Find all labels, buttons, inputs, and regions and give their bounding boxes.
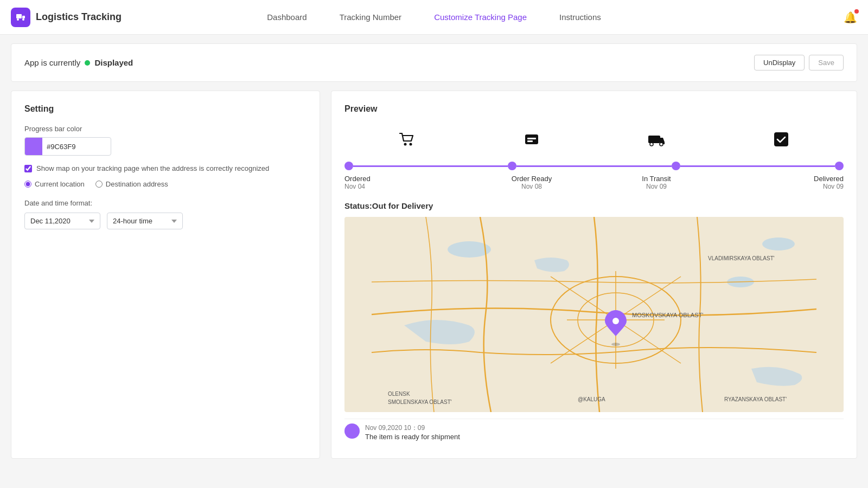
tracker-container: Ordered Nov 04 Order Ready Nov 08 In Tra… [344, 125, 844, 201]
svg-point-15 [762, 237, 795, 251]
label-ordered: Ordered Nov 04 [344, 175, 469, 190]
ordered-label: Ordered [344, 175, 469, 183]
svg-rect-9 [648, 136, 660, 143]
date-format-label: Date and time format: [24, 199, 307, 207]
logo: Logistics Tracking [11, 8, 130, 27]
status-dot [85, 60, 90, 66]
header: Logistics Tracking Dashboard Tracking Nu… [0, 0, 868, 35]
line-1 [353, 165, 508, 167]
svg-text:RYAZANSKAYA OBLAST': RYAZANSKAYA OBLAST' [724, 396, 787, 402]
map-area: MOSKOVSKAYA OBLAST' VLADIMIRSKAYA OBLAST… [344, 217, 844, 412]
delivered-icon [772, 130, 790, 153]
svg-text:VLADIMIRSKAYA OBLAST': VLADIMIRSKAYA OBLAST' [708, 255, 775, 261]
date-format-select[interactable]: Dec 11,2020 Nov 11,2020 Jan 01,2021 [24, 213, 100, 229]
destination-label: Destination address [106, 180, 168, 188]
notification-bell[interactable]: 🔔 [844, 11, 857, 24]
svg-point-5 [410, 143, 412, 146]
current-location-label: Current location [35, 180, 85, 188]
color-text-input[interactable] [42, 143, 97, 151]
nav-tracking-number[interactable]: Tracking Number [340, 10, 401, 24]
main-nav: Dashboard Tracking Number Customize Trac… [130, 10, 738, 24]
destination-radio[interactable] [95, 181, 103, 188]
current-location-option[interactable]: Current location [24, 180, 85, 188]
color-input-wrap [24, 137, 111, 156]
step-order-ready [469, 130, 594, 157]
line-2 [516, 165, 671, 167]
svg-rect-7 [527, 138, 536, 139]
show-map-checkbox[interactable] [24, 165, 32, 172]
destination-option[interactable]: Destination address [95, 180, 168, 188]
logo-icon [11, 8, 30, 27]
delivered-date: Nov 09 [719, 183, 844, 190]
line-3 [680, 165, 835, 167]
svg-text:OLENSK: OLENSK [388, 391, 410, 397]
in-transit-label: In Transit [594, 175, 719, 183]
log-message: The item is ready for shipment [365, 433, 460, 441]
nav-instructions[interactable]: Instructions [559, 10, 601, 24]
svg-rect-13 [372, 217, 816, 412]
svg-rect-0 [16, 14, 22, 18]
progress-bar-row [344, 162, 844, 170]
settings-panel: Setting Progress bar color Show map on y… [11, 91, 320, 459]
label-delivered: Delivered Nov 09 [719, 175, 844, 190]
step-in-transit [594, 130, 719, 157]
svg-point-33 [611, 343, 620, 346]
log-avatar [344, 423, 360, 439]
dropdowns-row: Dec 11,2020 Nov 11,2020 Jan 01,2021 24-h… [24, 213, 307, 229]
time-format-select[interactable]: 24-hour time 12-hour time [107, 213, 183, 229]
log-time: Nov 09,2020 10：09 [365, 423, 460, 433]
svg-point-10 [650, 143, 653, 146]
order-ready-icon [522, 130, 541, 153]
label-in-transit: In Transit Nov 09 [594, 175, 719, 190]
logo-text: Logistics Tracking [36, 11, 122, 23]
settings-title: Setting [24, 104, 307, 114]
bell-badge [854, 9, 859, 14]
step-delivered [719, 130, 844, 157]
header-right: 🔔 [738, 11, 857, 24]
undisplay-button[interactable]: UnDisplay [754, 55, 805, 70]
color-swatch[interactable] [25, 138, 42, 155]
dot-3 [672, 162, 680, 170]
current-location-radio[interactable] [24, 181, 31, 188]
dot-2 [508, 162, 516, 170]
save-button[interactable]: Save [809, 55, 844, 70]
location-radio-row: Current location Destination address [24, 180, 307, 188]
svg-point-3 [22, 18, 24, 21]
status-buttons: UnDisplay Save [754, 55, 844, 70]
in-transit-date: Nov 09 [594, 183, 719, 190]
status-left: App is currently Displayed [24, 58, 133, 67]
svg-point-11 [660, 143, 663, 146]
status-value: Displayed [94, 58, 133, 67]
labels-row: Ordered Nov 04 Order Ready Nov 08 In Tra… [344, 175, 844, 190]
delivery-status: Status:Out for Delivery [344, 201, 844, 210]
svg-point-2 [17, 18, 19, 21]
svg-rect-8 [527, 140, 533, 142]
in-transit-icon [647, 130, 666, 153]
order-ready-label: Order Ready [469, 175, 594, 183]
preview-title: Preview [344, 104, 844, 114]
shipment-log: Nov 09,2020 10：09 The item is ready for … [344, 419, 844, 445]
preview-panel: Preview [331, 91, 857, 459]
main-content: Setting Progress bar color Show map on y… [11, 91, 857, 459]
nav-customize[interactable]: Customize Tracking Page [434, 10, 527, 24]
color-label: Progress bar color [24, 125, 307, 133]
step-ordered [344, 130, 469, 157]
svg-point-34 [612, 318, 619, 324]
delivered-label: Delivered [719, 175, 844, 183]
ordered-icon [398, 130, 416, 153]
svg-text:SMOLENSKAYA OBLAST': SMOLENSKAYA OBLAST' [388, 399, 452, 405]
show-map-row: Show map on your tracking page when the … [24, 164, 307, 172]
svg-point-4 [404, 143, 407, 146]
icons-row [344, 130, 844, 157]
svg-text:MOSKOVSKAYA OBLAST': MOSKOVSKAYA OBLAST' [632, 312, 703, 318]
order-ready-date: Nov 08 [469, 183, 594, 190]
log-content: Nov 09,2020 10：09 The item is ready for … [365, 423, 460, 441]
show-map-label: Show map on your tracking page when the … [36, 164, 269, 172]
svg-text:@KALUGA: @KALUGA [578, 396, 605, 402]
svg-rect-12 [774, 132, 788, 146]
nav-dashboard[interactable]: Dashboard [267, 10, 307, 24]
status-prefix: App is currently [24, 58, 80, 67]
ordered-date: Nov 04 [344, 183, 469, 190]
label-order-ready: Order Ready Nov 08 [469, 175, 594, 190]
dot-1 [344, 162, 353, 170]
